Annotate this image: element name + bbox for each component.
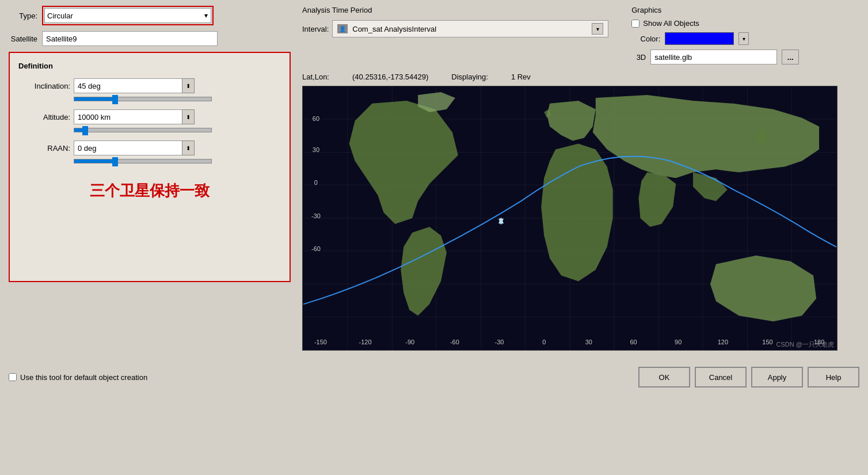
- displaying-value: 1 Rev: [511, 73, 531, 81]
- raan-slider-track[interactable]: [74, 159, 212, 164]
- show-all-checkbox[interactable]: [631, 20, 639, 28]
- altitude-input[interactable]: [74, 109, 195, 124]
- help-button[interactable]: Help: [808, 367, 859, 387]
- interval-dropdown-btn[interactable]: ▾: [592, 23, 603, 35]
- svg-text:30: 30: [313, 147, 319, 154]
- graphics-title: Graphics: [631, 6, 799, 14]
- type-label: Type:: [9, 12, 37, 20]
- raan-spin[interactable]: ⬍: [182, 140, 195, 155]
- svg-text:-60: -60: [450, 339, 459, 345]
- action-buttons: OK Cancel Apply Help: [638, 367, 859, 387]
- default-tool-label: Use this tool for default object creatio…: [20, 373, 147, 382]
- interval-row: 👤 Com_sat AnalysisInterval ▾: [332, 20, 608, 37]
- threed-input[interactable]: [650, 50, 777, 64]
- svg-text:-30: -30: [311, 212, 321, 219]
- svg-text:-120: -120: [359, 339, 372, 345]
- svg-text:90: 90: [675, 339, 682, 345]
- bottom-row: Use this tool for default object creatio…: [9, 362, 859, 387]
- svg-text:150: 150: [762, 339, 772, 345]
- altitude-slider-track[interactable]: [74, 128, 212, 132]
- inclination-input[interactable]: [74, 78, 195, 93]
- svg-text:-90: -90: [405, 339, 414, 345]
- svg-text:-30: -30: [495, 339, 504, 345]
- inclination-slider-thumb[interactable]: [112, 95, 118, 104]
- lat-lon-label: Lat,Lon:: [302, 73, 329, 81]
- analysis-title: Analysis Time Period: [302, 6, 608, 14]
- definition-box: Definition Inclination: ⬍: [9, 52, 291, 282]
- color-label: Color:: [631, 35, 660, 43]
- raan-slider-thumb[interactable]: [112, 157, 118, 166]
- altitude-slider-thumb[interactable]: [82, 126, 88, 135]
- interval-value: Com_sat AnalysisInterval: [352, 25, 587, 33]
- threed-browse-btn[interactable]: ...: [782, 50, 799, 64]
- altitude-spin[interactable]: ⬍: [182, 109, 195, 124]
- inclination-slider-fill: [74, 97, 115, 101]
- threed-label: 3D: [631, 53, 646, 62]
- raan-label: RAAN:: [18, 144, 70, 153]
- svg-text:60: 60: [630, 339, 637, 345]
- inclination-label: Inclination:: [18, 82, 70, 90]
- map-canvas[interactable]: -150 -120 -90 -60 -30 0 30 60 90 120 150…: [302, 86, 837, 351]
- default-tool-checkbox[interactable]: [9, 373, 17, 381]
- inclination-slider-container: [74, 97, 281, 101]
- satellite-input[interactable]: [42, 31, 218, 46]
- color-dropdown-btn[interactable]: ▾: [738, 32, 749, 45]
- inclination-spin[interactable]: ⬍: [182, 78, 195, 93]
- graphics-section: Graphics Show All Objects Color: ▾ 3D: [631, 6, 799, 64]
- altitude-slider-container: [74, 128, 281, 132]
- svg-text:0: 0: [314, 179, 318, 186]
- interval-icon: 👤: [337, 24, 348, 33]
- raan-input[interactable]: [74, 140, 195, 155]
- chinese-annotation: 三个卫星保持一致: [18, 181, 281, 201]
- displaying-label: Displaying:: [451, 73, 488, 81]
- svg-text:60: 60: [313, 115, 319, 122]
- raan-slider-fill: [74, 159, 115, 163]
- svg-text:30: 30: [585, 339, 592, 345]
- interval-label: Interval:: [302, 25, 329, 33]
- inclination-slider-track[interactable]: [74, 97, 212, 101]
- altitude-label: Altitude:: [18, 113, 70, 121]
- definition-title: Definition: [18, 62, 281, 70]
- satellite-label: Satellite: [9, 35, 37, 43]
- svg-text:-150: -150: [314, 339, 327, 345]
- svg-text:120: 120: [718, 339, 728, 345]
- color-swatch[interactable]: [665, 32, 734, 45]
- analysis-section: Analysis Time Period Interval: 👤 Com_sat…: [302, 6, 608, 64]
- svg-text:-60: -60: [311, 245, 321, 252]
- map-info-row: Lat,Lon: (40.25316,-173.54429) Displayin…: [302, 73, 859, 81]
- watermark: CSDN @一只大老虎: [776, 340, 834, 349]
- lat-lon-value: (40.25316,-173.54429): [352, 73, 428, 81]
- show-all-label: Show All Objects: [643, 19, 699, 28]
- svg-text:0: 0: [542, 339, 546, 345]
- cancel-button[interactable]: Cancel: [695, 367, 747, 387]
- ok-button[interactable]: OK: [638, 367, 690, 387]
- apply-button[interactable]: Apply: [751, 367, 803, 387]
- raan-slider-container: [74, 159, 281, 164]
- type-select[interactable]: Circular Elliptical Sun Synchronous: [44, 8, 211, 23]
